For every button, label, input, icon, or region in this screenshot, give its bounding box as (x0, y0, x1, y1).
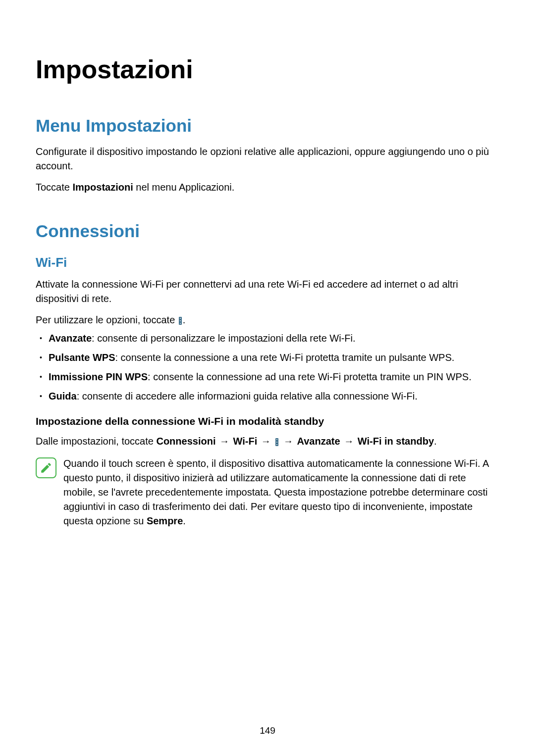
wifi-standby-heading: Impostazione della connessione Wi-Fi in … (36, 415, 499, 427)
list-item-rest: : consente la connessione a una rete Wi-… (115, 352, 454, 363)
arrow-icon: → (280, 436, 296, 447)
list-item: Guida: consente di accedere alle informa… (49, 389, 499, 403)
pencil-note-icon (40, 461, 53, 474)
note-block: Quando il touch screen è spento, il disp… (36, 456, 499, 528)
section1-p2: Toccate Impostazioni nel menu Applicazio… (36, 180, 499, 195)
menu-dots-icon (179, 317, 182, 325)
note-t2: . (183, 515, 186, 526)
section1-p2-bold: Impostazioni (72, 182, 133, 193)
path-wifi-standby: Wi-Fi in standby (358, 436, 434, 447)
list-item: Immissione PIN WPS: consente la connessi… (49, 370, 499, 384)
wifi-standby-path: Dalle impostazioni, toccate Connessioni … (36, 434, 499, 449)
list-item-rest: : consente di accedere alle informazioni… (77, 391, 418, 402)
wifi-options-list: Avanzate: consente di personalizzare le … (36, 331, 499, 403)
section-connessioni-title: Connessioni (36, 221, 499, 241)
wifi-p1: Attivate la connessione Wi-Fi per connet… (36, 277, 499, 306)
note-icon (36, 457, 56, 478)
wifi-p2: Per utilizzare le opzioni, toccate . (36, 313, 499, 327)
arrow-icon: → (216, 436, 232, 447)
list-item-bold: Guida (49, 391, 77, 402)
list-item-bold: Pulsante WPS (49, 352, 115, 363)
section1-p2-pre: Toccate (36, 182, 72, 193)
list-item-bold: Avanzate (49, 333, 92, 344)
wifi-p2-post: . (183, 314, 186, 325)
path-avanzate: Avanzate (297, 436, 340, 447)
arrow-icon: → (258, 436, 273, 447)
page-number: 149 (0, 725, 535, 736)
page-title: Impostazioni (36, 54, 499, 84)
section1-p1: Configurate il dispositivo impostando le… (36, 145, 499, 173)
section1-p2-post: nel menu Applicazioni. (133, 182, 235, 193)
list-item-bold: Immissione PIN WPS (49, 371, 148, 382)
arrow-icon: → (341, 436, 357, 447)
path-pre: Dalle impostazioni, toccate (36, 436, 156, 447)
list-item-rest: : consente di personalizzare le impostaz… (92, 333, 355, 344)
section-menu-impostazioni-title: Menu Impostazioni (36, 116, 499, 136)
path-post: . (434, 436, 437, 447)
wifi-p2-pre: Per utilizzare le opzioni, toccate (36, 314, 178, 325)
note-text: Quando il touch screen è spento, il disp… (63, 456, 499, 528)
list-item-rest: : consente la connessione ad una rete Wi… (148, 371, 472, 382)
path-wifi: Wi-Fi (233, 436, 258, 447)
list-item: Avanzate: consente di personalizzare le … (49, 331, 499, 346)
path-connessioni: Connessioni (156, 436, 215, 447)
note-bold: Sempre (147, 515, 183, 526)
note-t1: Quando il touch screen è spento, il disp… (63, 458, 488, 526)
wifi-heading: Wi-Fi (36, 255, 499, 270)
list-item: Pulsante WPS: consente la connessione a … (49, 351, 499, 365)
menu-dots-icon (275, 438, 278, 446)
